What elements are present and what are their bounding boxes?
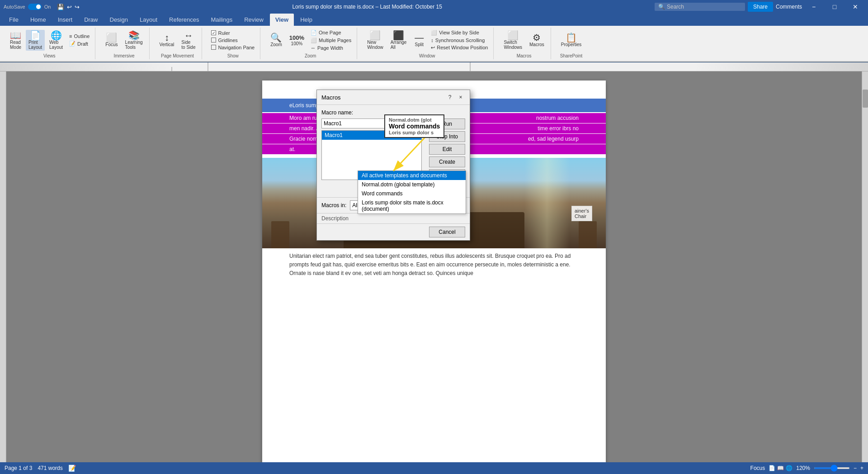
properties-button[interactable]: 📋 Properties <box>558 32 585 48</box>
gridlines-checkbox[interactable]: Gridlines <box>209 37 256 43</box>
tab-file[interactable]: File <box>4 14 24 26</box>
tab-draw[interactable]: Draw <box>79 14 103 26</box>
web-layout-icon: 🌐 <box>51 31 62 40</box>
view-icons: 📄 📖 🌐 <box>769 465 793 471</box>
learning-tools-button[interactable]: 📚 LearningTools <box>123 30 146 51</box>
zoom-100-button[interactable]: 100% 100% <box>287 33 307 47</box>
vertical-scrollbar[interactable] <box>862 71 868 474</box>
focus-status[interactable]: Focus <box>750 465 765 471</box>
macros-button[interactable]: ⚙ Macros <box>527 32 547 48</box>
ribbon-content: 📖 ReadMode 📄 PrintLayout 🌐 WebLayout ≡ O… <box>0 26 868 62</box>
new-window-button[interactable]: ⬜ NewWindow <box>364 30 386 51</box>
reset-window-position-button[interactable]: ↩ Reset Window Position <box>429 44 490 51</box>
page-width-button[interactable]: ↔ Page Width <box>309 45 353 51</box>
redo-icon[interactable]: ↪ <box>75 4 80 10</box>
split-button[interactable]: — Split <box>411 32 427 48</box>
synchronous-scrolling-label: Synchronous Scrolling <box>435 38 485 43</box>
zoom-button[interactable]: 🔍 Zoom <box>268 32 285 48</box>
autosave-toggle[interactable] <box>28 4 42 10</box>
macros-in-dropdown[interactable]: All active templates and documents Norma… <box>358 171 466 214</box>
tab-references[interactable]: References <box>164 14 204 26</box>
views-group-label: Views <box>43 53 56 59</box>
views-buttons: 📖 ReadMode 📄 PrintLayout 🌐 WebLayout ≡ O… <box>7 28 91 52</box>
ruler-checkbox[interactable]: ✓ Ruler <box>209 30 256 36</box>
one-page-button[interactable]: 📄 One Page <box>309 29 353 36</box>
side-to-side-button[interactable]: ↔ Sideto Side <box>179 30 198 51</box>
tab-view[interactable]: View <box>270 14 294 26</box>
outline-button[interactable]: ≡ Outline <box>67 33 91 39</box>
dropdown-item-document[interactable]: Loris sump dolor sits mate is.docx (docu… <box>358 198 466 213</box>
zoom-label: Zoom <box>270 42 282 47</box>
focus-button[interactable]: ⬜ Focus <box>103 32 120 48</box>
tab-review[interactable]: Review <box>239 14 269 26</box>
print-layout-button[interactable]: 📄 PrintLayout <box>26 30 45 51</box>
sharepoint-buttons: 📋 Properties <box>558 28 585 52</box>
dropdown-item-all[interactable]: All active templates and documents <box>358 171 466 180</box>
tab-design[interactable]: Design <box>104 14 133 26</box>
ruler-check-icon: ✓ <box>211 30 216 35</box>
save-icon[interactable]: 💾 <box>57 4 64 10</box>
autosave-label: AutoSave <box>4 4 25 9</box>
tab-home[interactable]: Home <box>25 14 52 26</box>
minimize-button[interactable]: − <box>805 0 823 14</box>
vertical-button[interactable]: ↕ Vertical <box>157 32 177 48</box>
separator: – <box>375 4 380 10</box>
draft-button[interactable]: 📝 Draft <box>67 40 91 47</box>
document-page: eLoris sump dolor sits mate is.docx – Lo… <box>262 81 606 466</box>
dialog-title: Macros <box>321 94 341 101</box>
search-icon: 🔍 <box>658 4 665 10</box>
print-view-icon[interactable]: 📄 <box>769 465 775 471</box>
horizontal-ruler <box>0 62 868 71</box>
undo-icon[interactable]: ↩ <box>67 4 72 10</box>
document-area[interactable]: eLoris sump dolor sits mate is.docx – Lo… <box>6 71 862 474</box>
zoom-slider[interactable] <box>814 467 850 469</box>
dialog-close-button[interactable]: × <box>456 93 465 102</box>
show-buttons: ✓ Ruler Gridlines Navigation Pane <box>209 28 256 52</box>
zoom-out-icon[interactable]: − <box>854 465 857 471</box>
dropdown-item-normal[interactable]: Normal.dotm (global template) <box>358 180 466 189</box>
window-group-label: Window <box>419 53 435 59</box>
focus-icon: ⬜ <box>106 33 117 42</box>
dialog-title-buttons: ? × <box>445 93 465 102</box>
gridlines-check-icon <box>211 38 216 43</box>
one-page-icon: 📄 <box>311 30 317 36</box>
tooltip-line3: Loris sump dolor s <box>389 130 440 135</box>
one-page-label: One Page <box>319 30 341 35</box>
dialog-help-button[interactable]: ? <box>445 93 454 102</box>
views-small-group: ≡ Outline 📝 Draft <box>67 33 91 47</box>
create-button[interactable]: Create <box>429 156 465 167</box>
close-button[interactable]: ✕ <box>846 0 864 14</box>
navigation-pane-checkbox[interactable]: Navigation Pane <box>209 44 256 51</box>
zoom-in-icon[interactable]: + <box>860 465 863 471</box>
tab-help[interactable]: Help <box>295 14 318 26</box>
tab-insert[interactable]: Insert <box>52 14 78 26</box>
web-layout-label: WebLayout <box>49 40 63 50</box>
zoom-group-label: Zoom <box>305 53 316 59</box>
read-view-icon[interactable]: 📖 <box>777 465 784 471</box>
view-side-by-side-button[interactable]: ⬜ View Side by Side <box>429 29 490 36</box>
restore-button[interactable]: □ <box>826 0 844 14</box>
side-to-side-icon: ↔ <box>184 31 193 40</box>
read-mode-button[interactable]: 📖 ReadMode <box>7 30 24 51</box>
tab-mailings[interactable]: Mailings <box>206 14 238 26</box>
tab-layout[interactable]: Layout <box>134 14 163 26</box>
dropdown-item-word-commands[interactable]: Word commands <box>358 189 466 198</box>
comments-button[interactable]: Comments <box>776 4 802 10</box>
main-area: eLoris sump dolor sits mate is.docx – Lo… <box>0 71 868 474</box>
edit-button[interactable]: Edit <box>429 144 465 155</box>
share-button[interactable]: Share <box>748 2 773 12</box>
cancel-button[interactable]: Cancel <box>429 227 465 237</box>
zoom-icon: 🔍 <box>270 33 282 42</box>
web-layout-button[interactable]: 🌐 WebLayout <box>47 30 66 51</box>
page-movement-buttons: ↕ Vertical ↔ Sideto Side <box>157 28 198 52</box>
synchronous-scrolling-button[interactable]: ↕ Synchronous Scrolling <box>429 37 490 43</box>
outline-label: Outline <box>74 33 90 39</box>
web-view-icon[interactable]: 🌐 <box>786 465 793 471</box>
switch-windows-button[interactable]: ⬜ SwitchWindows <box>501 30 525 51</box>
proofing-icon[interactable]: 📝 <box>68 465 76 472</box>
scrollbar-thumb[interactable] <box>863 90 868 108</box>
immersive-buttons: ⬜ Focus 📚 LearningTools <box>103 28 145 52</box>
multiple-pages-button[interactable]: ⬜ Multiple Pages <box>309 37 353 44</box>
word-count: 471 words <box>38 465 62 471</box>
arrange-all-button[interactable]: ⬛ ArrangeAll <box>388 30 410 51</box>
